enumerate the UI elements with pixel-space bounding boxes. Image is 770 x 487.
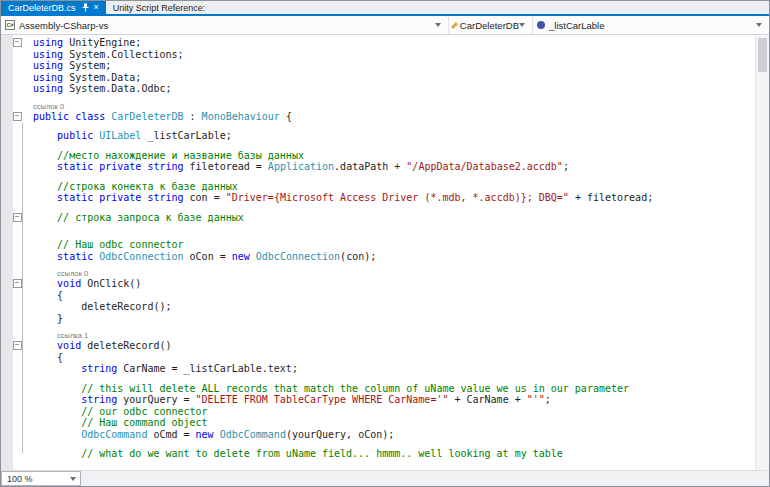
chevron-down-icon: [756, 23, 762, 27]
fold-toggle-icon[interactable]: −: [13, 279, 22, 288]
code-line: // Наш odbc connector: [1, 239, 755, 251]
code-lines: −using UnityEngine;using System.Collecti…: [1, 37, 755, 460]
type-dropdown[interactable]: CarDeleterDB: [449, 16, 533, 34]
horizontal-scrollbar[interactable]: [81, 471, 769, 486]
pin-icon[interactable]: [82, 3, 89, 12]
code-line: // Наш command object: [1, 417, 755, 429]
fold-toggle-icon[interactable]: −: [13, 213, 22, 222]
code-line: static private string con = "Driver={Mic…: [1, 192, 755, 204]
code-line: − void OnClick(): [1, 278, 755, 290]
code-line: //строка конекта к базе данных: [1, 181, 755, 193]
code-line: − void deleteRecord(): [1, 340, 755, 352]
fold-toggle-icon[interactable]: −: [13, 112, 22, 121]
code-line: using System.Collections;: [1, 49, 755, 61]
project-dropdown[interactable]: C# Assembly-CSharp-vs: [1, 16, 449, 34]
code-line: }: [1, 313, 755, 325]
codelens-references[interactable]: ссылок 0: [33, 103, 64, 111]
code-line: − // строка запроса к базе данных: [1, 212, 755, 224]
document-tab-strip: CarDeleterDB.cs × Unity Script Reference…: [1, 1, 769, 14]
vs-editor-window: CarDeleterDB.cs × Unity Script Reference…: [0, 0, 770, 487]
code-line: −public class CarDeleterDB : MonoBehavio…: [1, 111, 755, 123]
chevron-down-icon: [435, 23, 441, 27]
code-line: ссылок 0: [1, 270, 755, 278]
code-line: [1, 95, 755, 103]
code-line: [1, 223, 755, 231]
code-line: ссылок 0: [1, 103, 755, 111]
code-line: [1, 142, 755, 150]
code-line: public UILabel _listCarLable;: [1, 130, 755, 142]
code-line: −using UnityEngine;: [1, 37, 755, 49]
code-line: using System;: [1, 60, 755, 72]
codelens-references[interactable]: ссылок 0: [33, 270, 88, 278]
fold-toggle-icon[interactable]: −: [13, 38, 22, 47]
code-line: [1, 173, 755, 181]
code-line: string CarName = _listCarLable.text;: [1, 363, 755, 375]
code-line: [1, 324, 755, 332]
code-line: OdbcCommand oCmd = new OdbcCommand(yourQ…: [1, 429, 755, 441]
code-line: // what do we want to delete from uName …: [1, 448, 755, 460]
zoom-level-value: 100 %: [2, 474, 33, 484]
tab-label: CarDeleterDB.cs: [8, 3, 76, 13]
code-line: static OdbcConnection oCon = new OdbcCon…: [1, 251, 755, 263]
csharp-project-icon: C#: [5, 20, 15, 30]
zoom-level-dropdown[interactable]: 100 %: [1, 471, 81, 486]
code-line: using System.Data;: [1, 72, 755, 84]
chevron-down-icon: [519, 23, 525, 27]
member-dropdown[interactable]: _listCarLable: [533, 16, 769, 34]
code-line: [1, 262, 755, 270]
project-dropdown-label: Assembly-CSharp-vs: [19, 20, 108, 31]
code-line: deleteRecord();: [1, 301, 755, 313]
code-line: static private string filetoread = Appli…: [1, 161, 755, 173]
close-icon[interactable]: ×: [94, 3, 99, 12]
code-line: {: [1, 290, 755, 302]
code-line: string yourQuery = "DELETE FROM TableCar…: [1, 394, 755, 406]
code-line: [1, 204, 755, 212]
type-dropdown-label: CarDeleterDB: [460, 20, 519, 31]
class-icon: [451, 22, 458, 29]
tab-unity-script-reference[interactable]: Unity Script Reference:: [106, 1, 213, 14]
tab-cardeleterdb[interactable]: CarDeleterDB.cs ×: [1, 1, 106, 14]
chevron-down-icon: [70, 477, 76, 481]
code-line: [1, 440, 755, 448]
code-line: // our odbc connector: [1, 406, 755, 418]
tab-label: Unity Script Reference:: [113, 3, 206, 13]
vertical-scrollbar[interactable]: [755, 35, 769, 471]
field-icon: [537, 21, 545, 29]
member-dropdown-label: _listCarLable: [549, 20, 604, 31]
code-editor[interactable]: −using UnityEngine;using System.Collecti…: [1, 35, 769, 471]
navigation-bar: C# Assembly-CSharp-vs CarDeleterDB _list…: [1, 16, 769, 35]
code-line: using System.Data.Odbc;: [1, 83, 755, 95]
editor-bottom-bar: 100 %: [1, 470, 769, 486]
code-line: [1, 122, 755, 130]
code-line: [1, 375, 755, 383]
vertical-scrollbar-thumb[interactable]: [758, 38, 767, 72]
code-line: {: [1, 352, 755, 364]
code-line: [1, 231, 755, 239]
code-line: //место нахождение и название базы данны…: [1, 150, 755, 162]
code-line: ссылка 1: [1, 332, 755, 340]
code-line: // this will delete ALL records that mat…: [1, 383, 755, 395]
codelens-references[interactable]: ссылка 1: [33, 332, 88, 340]
fold-toggle-icon[interactable]: −: [13, 341, 22, 350]
